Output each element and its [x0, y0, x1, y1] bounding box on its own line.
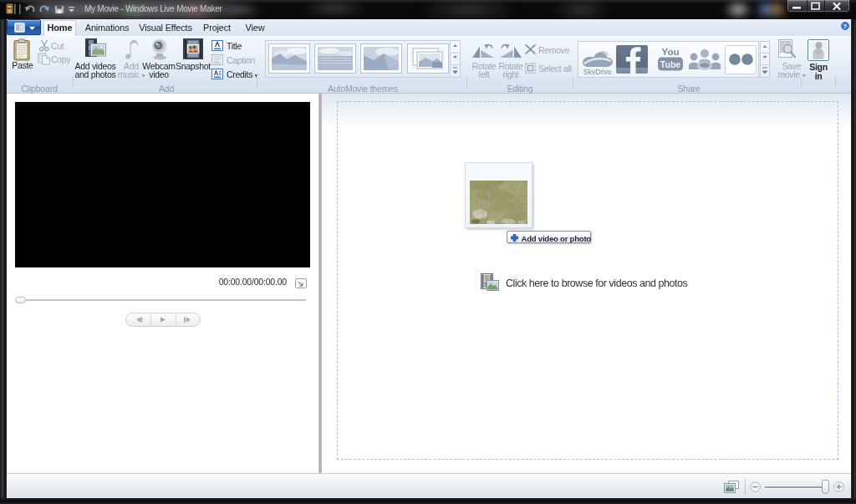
svg-text:SkyDrive: SkyDrive	[583, 68, 612, 76]
svg-text:?: ?	[843, 23, 848, 30]
svg-text:You: You	[662, 47, 680, 57]
svg-text:Tube: Tube	[660, 59, 680, 69]
